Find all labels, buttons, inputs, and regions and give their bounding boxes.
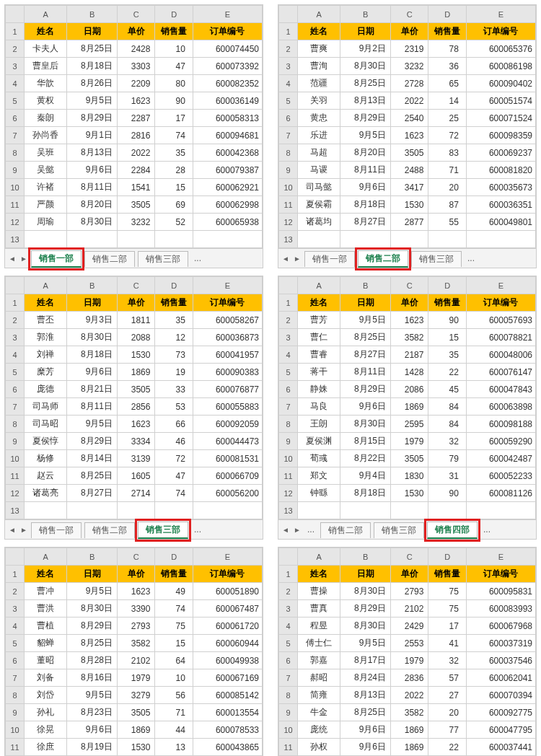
cell[interactable]: 1869 xyxy=(391,739,428,756)
row-header[interactable]: 6 xyxy=(279,652,298,669)
cell[interactable]: 36 xyxy=(428,58,466,75)
row-header[interactable]: 13 xyxy=(279,502,298,519)
column-header[interactable]: A xyxy=(298,548,340,566)
row-header[interactable]: 10 xyxy=(6,179,25,196)
cell[interactable]: 600035673 xyxy=(466,179,535,196)
cell[interactable]: 84 xyxy=(428,398,466,416)
cell[interactable]: 许褚 xyxy=(25,179,67,196)
cell[interactable]: 3582 xyxy=(391,329,428,346)
table-header-cell[interactable]: 姓名 xyxy=(298,294,340,312)
cell[interactable]: 曹仁 xyxy=(298,329,340,346)
cell[interactable]: 600063898 xyxy=(466,398,535,416)
cell[interactable]: 10 xyxy=(155,40,193,58)
table-header-cell[interactable]: 销售量 xyxy=(155,566,193,583)
cell[interactable]: 600041957 xyxy=(193,346,262,364)
cell[interactable]: 600092775 xyxy=(466,704,535,721)
cell[interactable]: 71 xyxy=(155,704,193,721)
tabs-more-right[interactable]: ... xyxy=(191,524,204,535)
cell[interactable]: 2088 xyxy=(118,329,155,346)
row-header[interactable]: 9 xyxy=(279,433,298,450)
cell[interactable]: 600081126 xyxy=(466,485,535,502)
table-header-cell[interactable]: 单价 xyxy=(391,294,428,312)
cell[interactable]: 2428 xyxy=(118,40,155,58)
cell[interactable]: 600042368 xyxy=(193,144,262,162)
row-header[interactable]: 5 xyxy=(279,635,298,652)
cell[interactable]: 2319 xyxy=(391,40,428,58)
cell[interactable]: 2877 xyxy=(391,214,428,231)
row-header[interactable]: 1 xyxy=(6,23,25,40)
cell[interactable]: 600036149 xyxy=(193,92,262,110)
row-header[interactable]: 4 xyxy=(6,617,25,635)
table-header-cell[interactable]: 单价 xyxy=(391,566,428,583)
row-header[interactable]: 4 xyxy=(279,617,298,635)
cell[interactable] xyxy=(155,231,193,248)
row-header[interactable]: 10 xyxy=(279,450,298,467)
row-header[interactable]: 6 xyxy=(6,652,25,669)
cell[interactable]: 78 xyxy=(428,40,466,58)
cell[interactable]: 1869 xyxy=(391,721,428,739)
column-header[interactable]: C xyxy=(118,548,155,566)
sheet-tab[interactable]: 销售二部 xyxy=(358,250,408,268)
cell[interactable]: 83 xyxy=(428,144,466,162)
cell[interactable]: 9月5日 xyxy=(67,583,118,600)
cell[interactable]: 8月18日 xyxy=(67,346,118,364)
cell[interactable]: 1811 xyxy=(118,312,155,329)
cell[interactable]: 17 xyxy=(155,110,193,127)
cell[interactable]: 8月25日 xyxy=(67,635,118,652)
cell[interactable]: 华歆 xyxy=(25,75,67,92)
row-header[interactable]: 10 xyxy=(6,450,25,467)
tab-nav-right-icon[interactable]: ► xyxy=(293,526,302,534)
cell[interactable]: 8月14日 xyxy=(67,450,118,467)
table-header-cell[interactable]: 单价 xyxy=(118,566,155,583)
cell[interactable] xyxy=(466,231,535,248)
cell[interactable]: 73 xyxy=(155,346,193,364)
cell[interactable] xyxy=(428,231,466,248)
cell[interactable]: 600078821 xyxy=(466,329,535,346)
cell[interactable]: 600058313 xyxy=(193,110,262,127)
select-all-corner[interactable] xyxy=(6,6,25,23)
sheet-tab[interactable]: 销售二部 xyxy=(84,251,135,267)
cell[interactable]: 12 xyxy=(155,329,193,346)
cell[interactable]: 600058267 xyxy=(193,312,262,329)
cell[interactable]: 3303 xyxy=(118,58,155,75)
cell[interactable]: 25 xyxy=(428,110,466,127)
column-header[interactable]: B xyxy=(340,548,391,566)
cell[interactable]: 孙礼 xyxy=(25,704,67,721)
cell[interactable]: 杨修 xyxy=(25,450,67,467)
row-header[interactable]: 4 xyxy=(6,346,25,364)
sheet-tab[interactable]: 销售四部 xyxy=(427,522,478,539)
row-header[interactable]: 9 xyxy=(6,162,25,179)
cell[interactable]: 71 xyxy=(428,162,466,179)
cell[interactable]: 3279 xyxy=(118,687,155,704)
cell[interactable]: 1979 xyxy=(391,652,428,669)
column-header[interactable]: D xyxy=(155,548,193,566)
row-header[interactable]: 11 xyxy=(279,467,298,485)
table-header-cell[interactable]: 日期 xyxy=(340,294,391,312)
cell[interactable]: 90 xyxy=(428,485,466,502)
cell[interactable]: 90 xyxy=(428,312,466,329)
cell[interactable]: 90 xyxy=(155,92,193,110)
sheet-tab[interactable]: 销售二部 xyxy=(84,522,135,538)
cell[interactable]: 600062041 xyxy=(466,669,535,687)
cell[interactable]: 2284 xyxy=(118,162,155,179)
cell[interactable]: 35 xyxy=(428,346,466,364)
cell[interactable]: 郭淮 xyxy=(25,329,67,346)
cell[interactable]: 卡夫人 xyxy=(25,40,67,58)
cell[interactable]: 曹操 xyxy=(298,583,340,600)
cell[interactable]: 曹真 xyxy=(298,600,340,617)
cell[interactable]: 糜芳 xyxy=(25,364,67,381)
select-all-corner[interactable] xyxy=(6,277,25,294)
cell[interactable]: 56 xyxy=(155,687,193,704)
column-header[interactable]: E xyxy=(193,548,262,566)
cell[interactable]: 3390 xyxy=(118,600,155,617)
cell[interactable]: 8月11日 xyxy=(67,398,118,416)
cell[interactable]: 9月6日 xyxy=(340,179,391,196)
cell[interactable]: 曹洪 xyxy=(25,600,67,617)
table-header-cell[interactable]: 单价 xyxy=(118,294,155,312)
cell[interactable]: 徐晃 xyxy=(25,721,67,739)
table-header-cell[interactable]: 日期 xyxy=(340,566,391,583)
table-header-cell[interactable]: 订单编号 xyxy=(466,566,535,583)
cell[interactable]: 2553 xyxy=(391,635,428,652)
cell[interactable]: 简雍 xyxy=(298,687,340,704)
cell[interactable]: 严颜 xyxy=(25,196,67,214)
